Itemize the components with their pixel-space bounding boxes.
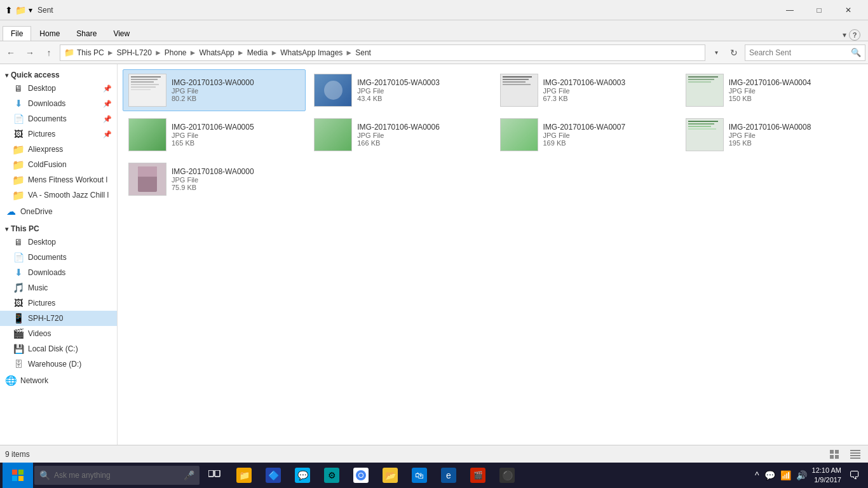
sidebar-item-smooth-jazz[interactable]: 📁 VA - Smooth Jazz Chill l: [0, 187, 117, 203]
sidebar-item-pictures-quick[interactable]: 🖼 Pictures 📌: [0, 126, 117, 142]
taskbar-search[interactable]: 🔍 🎤: [34, 466, 200, 485]
this-pc-header[interactable]: ▾ This PC: [0, 220, 117, 234]
sidebar-item-downloads-quick[interactable]: ⬇ Downloads 📌: [0, 96, 117, 111]
pictures-quick-icon: 🖼: [13, 128, 24, 140]
sph-pc-icon: 📱: [13, 313, 24, 324]
breadcrumb-whatsapp-images[interactable]: WhatsApp Images: [280, 48, 342, 57]
title-bar-icons: ⬆ 📁 ▾: [5, 5, 32, 15]
sidebar-item-sph-pc[interactable]: 📱 SPH-L720: [0, 311, 117, 326]
breadcrumb[interactable]: 📁 This PC ► SPH-L720 ► Phone ► WhatsApp …: [60, 44, 705, 61]
pin-icon-pictures: 📌: [103, 130, 112, 139]
large-icons-view-button[interactable]: [827, 447, 843, 461]
tab-share[interactable]: Share: [68, 26, 105, 41]
file-item[interactable]: IMG-20170108-WA0000 JPG File 75.9 KB: [123, 158, 306, 200]
sidebar-item-mens-fitness[interactable]: 📁 Mens Fitness Workout l: [0, 172, 117, 187]
minimize-button[interactable]: —: [775, 0, 804, 20]
breadcrumb-media[interactable]: Media: [247, 48, 268, 57]
taskbar-app-1[interactable]: 🔷: [259, 463, 287, 488]
file-item[interactable]: IMG-20170106-WA0008 JPG File 195 KB: [680, 114, 863, 156]
sidebar-item-onedrive[interactable]: ☁ OneDrive: [0, 204, 117, 219]
tab-home[interactable]: Home: [31, 26, 68, 41]
sidebar-item-aliexpress[interactable]: 📁 Aliexpress: [0, 142, 117, 157]
file-name: IMG-20170106-WA0004: [729, 78, 811, 87]
refresh-button[interactable]: ↻: [726, 44, 742, 61]
microphone-icon[interactable]: 🎤: [184, 470, 194, 480]
forward-button[interactable]: →: [22, 44, 38, 61]
taskbar-app-other[interactable]: ⚫: [493, 463, 521, 488]
task-view-button[interactable]: [201, 463, 229, 488]
title-arrow-icon[interactable]: ▾: [29, 6, 32, 15]
breadcrumb-sph[interactable]: SPH-L720: [117, 48, 152, 57]
taskbar-search-input[interactable]: [54, 471, 180, 480]
file-area: IMG-20170103-WA0000 JPG File 80.2 KB IMG…: [118, 64, 868, 445]
sidebar-item-coldfusion[interactable]: 📁 ColdFusion: [0, 157, 117, 172]
taskbar-app-skype[interactable]: 💬: [288, 463, 316, 488]
svg-rect-1: [835, 450, 839, 454]
search-input[interactable]: [749, 48, 851, 57]
back-button[interactable]: ←: [3, 44, 19, 61]
taskbar-app-popcorn[interactable]: 🎬: [464, 463, 492, 488]
file-type: JPG File: [172, 176, 254, 184]
file-item[interactable]: IMG-20170106-WA0007 JPG File 169 KB: [494, 114, 677, 156]
up-button[interactable]: ↑: [41, 44, 57, 61]
tray-chat-icon[interactable]: 💬: [764, 470, 775, 480]
tray-volume-icon[interactable]: 🔊: [796, 470, 807, 480]
tray-expand-icon[interactable]: ^: [755, 470, 759, 480]
file-explorer-icon: 📁: [236, 468, 252, 483]
sidebar-item-desktop-pc[interactable]: 🖥 Desktop: [0, 234, 117, 250]
sidebar-item-documents-quick[interactable]: 📄 Documents 📌: [0, 111, 117, 126]
taskbar-app-chrome[interactable]: [347, 463, 375, 488]
breadcrumb-this-pc[interactable]: This PC: [77, 48, 104, 57]
taskbar-clock[interactable]: 12:10 AM 1/9/2017: [812, 466, 841, 485]
taskbar-app-file-explorer[interactable]: 📁: [230, 463, 258, 488]
tab-view[interactable]: View: [105, 26, 138, 41]
sidebar-item-music-pc[interactable]: 🎵 Music: [0, 280, 117, 295]
sidebar-item-desktop-quick[interactable]: 🖥 Desktop 📌: [0, 81, 117, 96]
file-item[interactable]: IMG-20170103-WA0000 JPG File 80.2 KB: [123, 69, 306, 111]
sidebar-item-videos-pc[interactable]: 🎬 Videos: [0, 326, 117, 341]
notification-icon[interactable]: 🗨: [849, 469, 860, 482]
file-info: IMG-20170106-WA0004 JPG File 150 KB: [729, 78, 811, 102]
start-button[interactable]: [3, 463, 33, 488]
details-view-button[interactable]: [848, 447, 863, 461]
file-item[interactable]: IMG-20170106-WA0005 JPG File 165 KB: [123, 114, 306, 156]
search-box[interactable]: 🔍: [745, 44, 865, 61]
svg-rect-7: [850, 458, 860, 459]
help-icon[interactable]: ?: [849, 29, 860, 41]
file-item[interactable]: IMG-20170105-WA0003 JPG File 43.4 KB: [308, 69, 491, 111]
tab-file[interactable]: File: [3, 26, 31, 41]
breadcrumb-expand-button[interactable]: ▾: [708, 44, 724, 61]
svg-rect-11: [18, 476, 24, 481]
sidebar-item-documents-pc[interactable]: 📄 Documents: [0, 250, 117, 265]
breadcrumb-sent[interactable]: Sent: [355, 48, 371, 57]
taskbar-app-arduino[interactable]: ⚙: [318, 463, 346, 488]
expand-ribbon-icon[interactable]: ▾: [843, 30, 846, 39]
quick-access-label: Quick access: [11, 71, 60, 79]
sidebar-item-pictures-pc[interactable]: 🖼 Pictures: [0, 295, 117, 311]
taskbar-app-file-manager[interactable]: 📂: [376, 463, 404, 488]
title-quick-access-icon[interactable]: ⬆: [5, 5, 13, 15]
file-thumbnail: [500, 74, 538, 107]
close-button[interactable]: ✕: [834, 0, 863, 20]
quick-access-section: ▾ Quick access 🖥 Desktop 📌 ⬇ Downloads 📌…: [0, 67, 117, 203]
sidebar-item-warehouse[interactable]: 🗄 Warehouse (D:): [0, 356, 117, 372]
file-item[interactable]: IMG-20170106-WA0006 JPG File 166 KB: [308, 114, 491, 156]
file-info: IMG-20170105-WA0003 JPG File 43.4 KB: [357, 78, 440, 102]
tray-network-icon[interactable]: 📶: [780, 470, 791, 480]
file-info: IMG-20170106-WA0005 JPG File 165 KB: [172, 123, 254, 147]
network-section: 🌐 Network: [0, 373, 117, 388]
svg-rect-0: [830, 450, 834, 454]
sidebar-item-local-disk[interactable]: 💾 Local Disk (C:): [0, 341, 117, 356]
taskbar-app-edge[interactable]: e: [435, 463, 463, 488]
sidebar-item-downloads-pc[interactable]: ⬇ Downloads: [0, 265, 117, 280]
taskbar-app-store[interactable]: 🛍: [405, 463, 433, 488]
breadcrumb-whatsapp[interactable]: WhatsApp: [199, 48, 234, 57]
file-item[interactable]: IMG-20170106-WA0003 JPG File 67.3 KB: [494, 69, 677, 111]
file-item[interactable]: IMG-20170106-WA0004 JPG File 150 KB: [680, 69, 863, 111]
window-title: Sent: [37, 6, 775, 15]
breadcrumb-phone[interactable]: Phone: [165, 48, 187, 57]
sidebar-item-network[interactable]: 🌐 Network: [0, 373, 117, 388]
quick-access-header[interactable]: ▾ Quick access: [0, 67, 117, 81]
file-size: 165 KB: [172, 139, 254, 147]
maximize-button[interactable]: □: [804, 0, 834, 20]
